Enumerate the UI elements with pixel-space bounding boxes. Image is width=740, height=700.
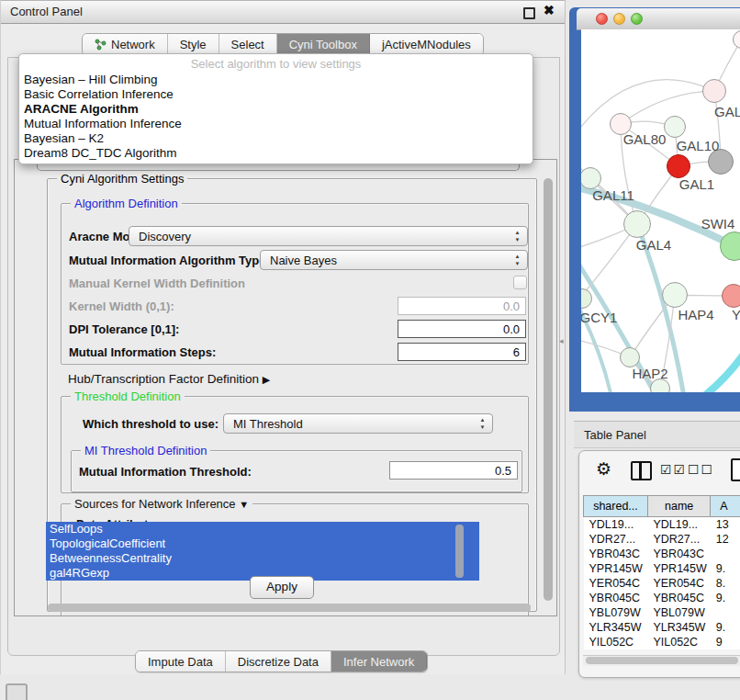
attribute-list-scrollbar[interactable] (455, 525, 464, 578)
which-threshold-label: Which threshold to use: (83, 417, 219, 431)
cell[interactable]: 9. (711, 620, 740, 635)
column-header-name[interactable]: name (647, 496, 710, 517)
cell[interactable]: YPR145W (647, 561, 710, 576)
node-gal4[interactable] (623, 210, 651, 238)
mi-algorithm-type-combobox[interactable]: Naive Bayes ▲▼ (260, 250, 528, 270)
cell[interactable]: 9. (711, 591, 740, 605)
dpi-tolerance-field[interactable]: 0.0 (398, 320, 526, 338)
cell[interactable]: YBL079W (584, 605, 648, 620)
node-label: GAL11 (592, 187, 634, 203)
tab-style[interactable]: Style (168, 34, 219, 55)
tab-jactivemnodules[interactable]: jActiveMNodules (370, 34, 483, 55)
table-row[interactable]: YBR045CYBR045C9. (584, 591, 740, 605)
tab-infer-network[interactable]: Infer Network (331, 651, 427, 672)
stepper-arrows-icon: ▲▼ (513, 229, 521, 243)
cell[interactable]: 8. (711, 576, 740, 591)
close-icon[interactable]: ✖ (544, 6, 554, 16)
cell[interactable]: YDR27... (647, 532, 710, 547)
network-canvas[interactable]: GAL GAL80 GAL10 GAL1 GAL11 GAL4 SWI4 GCY… (581, 29, 740, 392)
which-threshold-combobox[interactable]: MI Threshold ▲▼ (223, 413, 493, 434)
node-hap2[interactable] (620, 347, 640, 367)
table-row[interactable]: YIL052CYIL052C9 (584, 635, 740, 649)
cell[interactable]: YER054C (584, 576, 648, 591)
manual-kernel-width-label: Manual Kernel Width Definition (69, 277, 245, 290)
cell[interactable]: YPR145W (584, 561, 648, 576)
cell[interactable] (711, 547, 740, 561)
table-horizontal-scrollbar[interactable] (583, 655, 740, 666)
sources-title[interactable]: Sources for Network Inference ▼ (71, 497, 252, 511)
node-salmon[interactable] (722, 284, 740, 308)
tab-impute-data[interactable]: Impute Data (136, 651, 226, 672)
node-hap4[interactable] (662, 282, 688, 308)
dropdown-item-bayesian-hill-climbing[interactable]: Bayesian – Hill Climbing (19, 73, 533, 87)
cell[interactable]: 12 (711, 532, 740, 547)
gear-icon[interactable]: ⚙ (596, 458, 611, 480)
dropdown-item-bayesian-k2[interactable]: Bayesian – K2 (19, 131, 533, 146)
kernel-width-field[interactable]: 0.0 (398, 297, 526, 315)
close-traffic-light-icon[interactable] (596, 13, 608, 25)
scrollbar-thumb[interactable] (544, 178, 553, 601)
table-row[interactable]: YDL19...YDL19...13 (584, 517, 740, 533)
manual-kernel-width-checkbox[interactable] (513, 276, 527, 289)
cell[interactable]: YBR043C (647, 547, 710, 561)
dropdown-item-mutual-information[interactable]: Mutual Information Inference (19, 117, 533, 131)
table-row[interactable]: YDR27...YDR27...12 (584, 532, 740, 547)
dropdown-item-aracne[interactable]: ARACNE Algorithm (19, 102, 533, 117)
mi-steps-field[interactable]: 6 (398, 343, 526, 361)
cell[interactable]: YBL079W (647, 605, 710, 620)
list-item-topologicalcoefficient[interactable]: TopologicalCoefficient (46, 536, 479, 551)
node-gal1-selected[interactable] (667, 154, 690, 178)
cell[interactable]: YBR045C (647, 591, 710, 605)
settings-horizontal-scrollbar[interactable] (17, 603, 542, 613)
cell[interactable]: YDL19... (647, 517, 710, 533)
dropdown-item-dream8[interactable]: Dream8 DC_TDC Algorithm (19, 146, 533, 161)
tab-network[interactable]: Network (83, 34, 168, 55)
cell[interactable]: YER054C (647, 576, 710, 591)
splitter-handle[interactable]: ◂ (559, 336, 564, 345)
node-gal[interactable] (702, 79, 726, 103)
settings-vertical-scrollbar[interactable] (543, 162, 554, 601)
hub-definition-toggle[interactable]: Hub/Transcription Factor Definition ▶ (68, 372, 270, 386)
aracne-mode-combobox[interactable]: Discovery ▲▼ (129, 226, 528, 246)
cell[interactable] (711, 605, 740, 620)
float-window-icon[interactable] (523, 7, 535, 19)
cell[interactable]: YDR27... (584, 532, 648, 547)
network-window-titlebar[interactable] (577, 8, 740, 30)
cell[interactable]: YDL19... (584, 517, 648, 533)
cell[interactable]: 13 (711, 517, 740, 533)
select-all-checkboxes-icon[interactable]: ☑☑ (660, 462, 687, 477)
cell[interactable]: YLR345W (584, 620, 648, 635)
cell[interactable]: YIL052C (647, 635, 710, 649)
cell[interactable]: YLR345W (647, 620, 710, 635)
tab-select[interactable]: Select (219, 34, 277, 55)
table-row[interactable]: YBL079WYBL079W (584, 605, 740, 620)
dropdown-item-basic-correlation[interactable]: Basic Correlation Inference (19, 87, 533, 102)
table-row[interactable]: YLR345WYLR345W9. (584, 620, 740, 635)
mi-threshold-field[interactable]: 0.5 (389, 461, 518, 480)
cell[interactable]: 9. (711, 561, 740, 576)
cell[interactable]: YBR043C (584, 547, 648, 561)
cell[interactable]: 9 (711, 635, 740, 649)
table-row[interactable]: YPR145WYPR145W9. (584, 561, 740, 576)
list-item-betweennesscentrality[interactable]: BetweennessCentrality (46, 551, 479, 566)
scrollbar-thumb[interactable] (48, 604, 531, 612)
table-row[interactable]: YER054CYER054C8. (584, 576, 740, 591)
node-gal10[interactable] (664, 116, 686, 138)
cell[interactable]: YBR045C (584, 591, 648, 605)
table-row[interactable]: YBR043CYBR043C (584, 547, 740, 561)
document-icon[interactable] (731, 458, 740, 481)
cell[interactable]: YIL052C (584, 635, 648, 649)
apply-button[interactable]: Apply (250, 576, 314, 599)
list-item-selfloops[interactable]: SelfLoops (46, 522, 479, 536)
deselect-all-checkboxes-icon[interactable]: ☐☐ (688, 462, 714, 477)
tab-discretize-data[interactable]: Discretize Data (226, 651, 331, 672)
minimize-traffic-light-icon[interactable] (613, 13, 625, 25)
scrollbar-thumb[interactable] (586, 657, 738, 664)
minimized-panel-icon[interactable] (6, 683, 28, 700)
tab-cyni-toolbox[interactable]: Cyni Toolbox (277, 34, 370, 55)
control-panel-title: Control Panel (10, 5, 83, 18)
columns-icon[interactable] (631, 461, 652, 480)
zoom-traffic-light-icon[interactable] (631, 13, 643, 25)
column-header-cut[interactable]: A (711, 496, 740, 517)
column-header-shared-name[interactable]: shared... (584, 496, 648, 517)
